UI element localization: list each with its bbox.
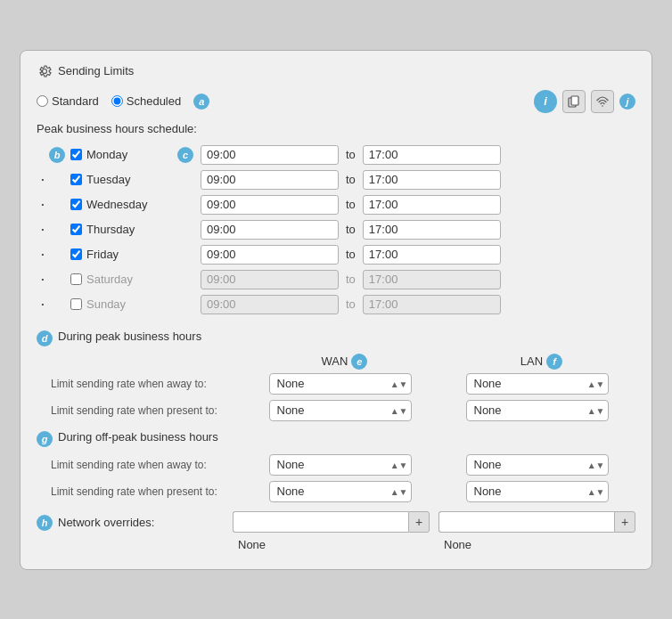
saturday-checkbox[interactable]: [70, 273, 82, 285]
day-name-friday: Friday: [86, 248, 119, 261]
peak-away-wan-select[interactable]: NoneLowMediumHigh: [269, 373, 412, 395]
peak-present-wan-wrapper: NoneLowMediumHigh ▲▼: [269, 400, 412, 421]
gear-icon: [37, 63, 53, 79]
svg-rect-1: [571, 96, 578, 105]
day-name-saturday: Saturday: [86, 273, 133, 286]
day-name-tuesday: Tuesday: [86, 173, 130, 186]
saturday-start-time: [201, 270, 339, 289]
peak-away-wan-wrapper: NoneLowMediumHigh ▲▼: [269, 373, 412, 395]
scheduled-radio-label[interactable]: Scheduled: [111, 94, 181, 108]
bullet: •: [37, 275, 49, 283]
monday-end-time[interactable]: [363, 145, 501, 165]
info-button[interactable]: i: [534, 90, 557, 113]
offpeak-away-lan-select[interactable]: NoneLowMediumHigh: [466, 454, 609, 476]
saturday-end-time: [363, 270, 501, 289]
offpeak-present-lan-select[interactable]: NoneLowMediumHigh: [466, 481, 609, 502]
monday-checkbox[interactable]: [70, 149, 82, 160]
panel-title-row: Sending Limits: [37, 63, 635, 79]
scheduled-radio[interactable]: [111, 95, 123, 107]
tuesday-end-time[interactable]: [363, 170, 501, 190]
standard-radio[interactable]: [37, 95, 48, 107]
peak-away-lan-wrapper: NoneLowMediumHigh ▲▼: [466, 373, 609, 395]
offpeak-away-lan-wrapper: NoneLowMediumHigh ▲▼: [466, 454, 609, 476]
schedule-table: b Monday c to • Tuesday to •: [37, 143, 635, 317]
badge-b: b: [49, 147, 65, 163]
day-name-thursday: Thursday: [86, 223, 135, 236]
bullet: •: [37, 225, 49, 233]
network-boxes: + None + None: [233, 511, 635, 553]
network-wan-text-input[interactable]: [233, 511, 408, 533]
sunday-end-time: [363, 295, 501, 314]
wednesday-checkbox[interactable]: [70, 199, 82, 210]
lan-header: LAN: [512, 354, 543, 368]
peak-label: Peak business hours schedule:: [37, 122, 635, 135]
table-row: • Saturday to: [37, 267, 635, 292]
top-row: Standard Scheduled a i: [37, 90, 635, 113]
badge-g: g: [37, 431, 53, 447]
sending-limits-panel: Sending Limits Standard Scheduled a i: [20, 50, 652, 570]
peak-away-label: Limit sending rate when away to:: [37, 378, 242, 390]
peak-present-lan-select[interactable]: NoneLowMediumHigh: [466, 400, 609, 421]
day-check-wednesday: Wednesday: [70, 198, 177, 211]
offpeak-present-wan-select[interactable]: NoneLowMediumHigh: [269, 481, 412, 502]
offpeak-header-row: g During off-peak business hours: [37, 430, 635, 447]
tuesday-checkbox[interactable]: [70, 174, 82, 185]
friday-checkbox[interactable]: [70, 248, 82, 260]
network-lan-text-input[interactable]: [438, 511, 614, 533]
network-wan-plus-button[interactable]: +: [408, 511, 430, 533]
bullet: •: [37, 300, 49, 308]
network-wan-box: + None: [233, 511, 430, 553]
wifi-button[interactable]: [591, 90, 614, 113]
badge-e: e: [351, 354, 367, 370]
day-name-wednesday: Wednesday: [86, 198, 147, 211]
offpeak-section: g During off-peak business hours Limit s…: [37, 430, 635, 502]
sunday-checkbox[interactable]: [70, 298, 82, 310]
day-name-monday: Monday: [86, 148, 127, 161]
day-check-saturday: Saturday: [70, 273, 177, 286]
peak-away-lan-select[interactable]: NoneLowMediumHigh: [466, 373, 609, 395]
network-lan-box: + None: [438, 511, 635, 553]
wifi-icon: [596, 96, 609, 107]
standard-label: Standard: [52, 94, 99, 108]
to-label-wednesday: to: [346, 198, 356, 211]
network-lan-input-row: +: [438, 511, 635, 533]
network-wan-input-row: +: [233, 511, 430, 533]
offpeak-away-wan-select[interactable]: NoneLowMediumHigh: [269, 454, 412, 476]
radio-group: Standard Scheduled a: [37, 94, 209, 110]
day-check-thursday: Thursday: [70, 223, 177, 236]
network-lan-plus-button[interactable]: +: [614, 511, 635, 533]
monday-start-time[interactable]: [201, 145, 339, 165]
badge-f: f: [546, 354, 562, 370]
day-name-sunday: Sunday: [86, 297, 126, 311]
offpeak-section-title: During off-peak business hours: [58, 430, 218, 444]
offpeak-away-label: Limit sending rate when away to:: [37, 459, 242, 471]
copy-button[interactable]: [562, 90, 586, 113]
to-label-sunday: to: [346, 297, 356, 311]
wan-header: WAN: [313, 354, 348, 368]
network-wan-value: None: [233, 536, 430, 553]
table-row: • Thursday to: [37, 217, 635, 242]
thursday-checkbox[interactable]: [70, 224, 82, 235]
svg-point-2: [602, 105, 603, 107]
standard-radio-label[interactable]: Standard: [37, 94, 99, 108]
to-label-monday: to: [346, 148, 356, 161]
peak-header-row: d During peak business hours: [37, 330, 635, 346]
to-label-saturday: to: [346, 273, 356, 286]
thursday-end-time[interactable]: [363, 220, 501, 240]
day-check-sunday: Sunday: [70, 297, 177, 311]
badge-a: a: [193, 94, 209, 110]
panel-title-text: Sending Limits: [58, 64, 134, 77]
thursday-start-time[interactable]: [201, 220, 339, 240]
badge-c: c: [177, 147, 193, 163]
friday-start-time[interactable]: [201, 245, 339, 265]
wednesday-end-time[interactable]: [363, 195, 501, 215]
offpeak-present-wan-wrapper: NoneLowMediumHigh ▲▼: [269, 481, 412, 502]
wednesday-start-time[interactable]: [201, 195, 339, 215]
friday-end-time[interactable]: [363, 245, 501, 265]
table-row: b Monday c to: [37, 143, 635, 167]
peak-present-wan-select[interactable]: NoneLowMediumHigh: [269, 400, 412, 421]
day-check-friday: Friday: [70, 248, 177, 261]
bullet: •: [37, 250, 49, 258]
bullet: •: [37, 200, 49, 208]
tuesday-start-time[interactable]: [201, 170, 339, 190]
